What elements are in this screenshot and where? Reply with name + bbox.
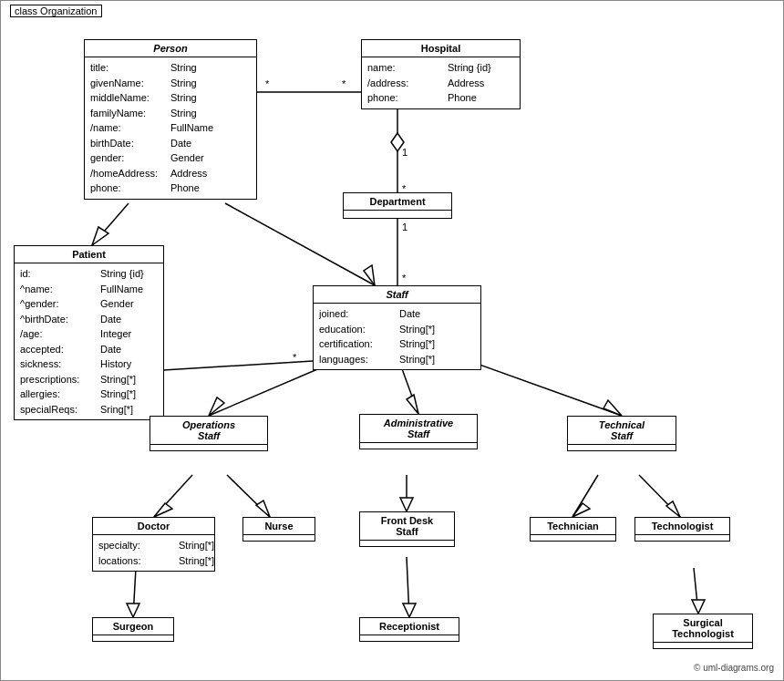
front-desk-staff-body [360,541,454,546]
doctor-header: Doctor [93,518,214,535]
patient-header: Patient [15,246,163,263]
svg-line-21 [457,356,622,416]
person-body: title:String givenName:String middleName… [85,57,256,199]
svg-marker-34 [127,604,139,617]
surgical-technologist-header: Surgical Technologist [654,614,752,643]
nurse-body [243,535,315,541]
svg-line-31 [639,475,680,517]
svg-marker-13 [364,265,375,285]
diagram-title: class Organization [10,5,102,17]
svg-marker-30 [573,503,590,517]
front-desk-staff-header: Front Desk Staff [360,512,454,541]
hospital-class: Hospital name:String {id} /address:Addre… [361,39,521,109]
svg-line-25 [227,475,270,517]
diagram-container: class Organization * * 1 * 1 * * [0,0,784,681]
hospital-body: name:String {id} /address:Address phone:… [362,57,520,108]
technician-class: Technician [530,517,616,542]
admin-staff-body [360,443,477,449]
svg-text:1: 1 [402,147,407,158]
nurse-header: Nurse [243,518,315,535]
svg-marker-20 [407,395,418,414]
operations-staff-class: Operations Staff [150,416,268,451]
svg-line-37 [694,568,698,614]
surgeon-header: Surgeon [93,618,173,635]
svg-line-33 [133,568,136,617]
admin-staff-header: Administrative Staff [360,415,477,443]
technologist-class: Technologist [634,517,730,542]
person-header: Person [85,40,256,57]
svg-text:*: * [402,273,407,284]
department-body [344,211,451,218]
copyright: © uml-diagrams.org [694,663,774,673]
department-header: Department [344,193,451,211]
staff-class: Staff joined:Date education:String[*] ce… [313,285,481,370]
svg-marker-4 [391,133,404,151]
technologist-header: Technologist [635,518,729,535]
surgical-technologist-class: Surgical Technologist [653,614,753,649]
svg-marker-22 [603,400,622,416]
patient-class: Patient id:String {id} ^name:FullName ^g… [14,245,164,420]
svg-marker-32 [666,501,680,517]
hospital-header: Hospital [362,40,520,57]
svg-line-10 [92,203,129,245]
svg-line-23 [154,475,192,517]
svg-marker-28 [400,498,413,511]
surgeon-class: Surgeon [92,617,174,642]
svg-text:*: * [293,352,297,363]
surgeon-body [93,635,173,641]
person-class: Person title:String givenName:String mid… [84,39,257,200]
staff-body: joined:Date education:String[*] certific… [314,304,480,369]
doctor-class: Doctor specialty:String[*] locations:Str… [92,517,215,572]
technologist-body [635,535,729,541]
svg-marker-24 [154,503,172,517]
patient-body: id:String {id} ^name:FullName ^gender:Ge… [15,263,163,419]
technician-body [531,535,615,541]
svg-marker-26 [256,500,270,517]
technical-staff-header: Technical Staff [568,417,676,445]
receptionist-header: Receptionist [360,618,459,635]
svg-marker-36 [403,604,416,617]
surgical-technologist-body [654,643,752,648]
svg-line-35 [407,557,409,617]
technical-staff-class: Technical Staff [567,416,676,451]
front-desk-staff-class: Front Desk Staff [359,511,455,547]
svg-marker-18 [209,397,224,416]
doctor-body: specialty:String[*] locations:String[*] [93,535,214,571]
operations-staff-header: Operations Staff [150,417,267,445]
svg-marker-38 [692,600,705,614]
admin-staff-class: Administrative Staff [359,414,478,449]
technician-header: Technician [531,518,615,535]
svg-line-29 [573,475,598,517]
staff-header: Staff [314,286,480,304]
operations-staff-body [150,445,267,450]
department-class: Department [343,192,452,219]
svg-marker-11 [92,227,108,245]
receptionist-body [360,635,459,641]
receptionist-class: Receptionist [359,617,459,642]
nurse-class: Nurse [242,517,315,542]
technical-staff-body [568,445,676,450]
svg-text:1: 1 [402,222,407,232]
svg-text:*: * [265,78,270,89]
svg-text:*: * [342,78,346,89]
